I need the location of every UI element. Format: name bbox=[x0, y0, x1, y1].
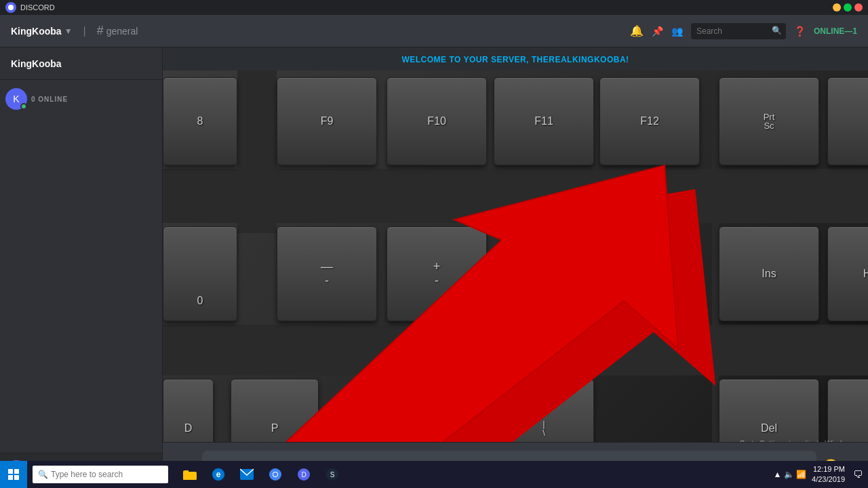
sidebar-header: KingKooba bbox=[0, 47, 162, 80]
server-name-text: KingKooba bbox=[11, 26, 62, 37]
channel-hash-icon: # bbox=[97, 24, 104, 38]
key-bracket-bot: ] bbox=[400, 428, 403, 437]
key-f11-label: F11 bbox=[534, 115, 553, 127]
sidebar-user-avatar: K bbox=[5, 88, 27, 110]
key-d0-label: D bbox=[184, 422, 193, 434]
taskbar-date-text: 4/23/2019 bbox=[812, 474, 845, 485]
key-del[interactable]: Del bbox=[719, 379, 819, 442]
channel-name-text: general bbox=[106, 26, 138, 37]
maximize-button[interactable] bbox=[844, 3, 852, 12]
svg-point-13 bbox=[273, 472, 277, 476]
key-f8[interactable]: 8 bbox=[163, 77, 237, 165]
key-plus[interactable]: + - bbox=[387, 226, 487, 321]
svg-rect-6 bbox=[8, 475, 13, 480]
key-f12[interactable]: F12 bbox=[599, 77, 700, 165]
svg-rect-5 bbox=[14, 469, 19, 474]
close-button[interactable] bbox=[854, 3, 863, 12]
start-button[interactable] bbox=[0, 461, 27, 488]
divider: | bbox=[83, 25, 86, 37]
search-icon: 🔍 bbox=[772, 26, 782, 35]
search-icon-taskbar: 🔍 bbox=[38, 470, 48, 479]
keyboard-gap-2 bbox=[163, 325, 868, 375]
key-f12-label: F12 bbox=[640, 115, 659, 127]
title-bar-left: DISCORD bbox=[5, 2, 55, 13]
taskbar-right: ▲ 🔈 📶 12:19 PM 4/23/2019 🗨 bbox=[774, 464, 868, 485]
taskbar-clock: 12:19 PM 4/23/2019 bbox=[812, 464, 845, 485]
top-bar-right: 🔔 📌 👥 🔍 ❓ ONLINE—1 bbox=[630, 15, 857, 47]
key-ins-label: Ins bbox=[762, 268, 776, 280]
taskbar-search-input[interactable] bbox=[51, 470, 159, 479]
main-area: KingKooba K 0 ONLINE T TheRealKi bbox=[0, 47, 868, 488]
server-name[interactable]: KingKooba ▼ bbox=[11, 26, 73, 37]
key-minus[interactable]: — - bbox=[277, 226, 377, 321]
key-backslash[interactable]: | \ bbox=[494, 379, 594, 442]
online-text: ONLINE—1 bbox=[814, 26, 857, 36]
key-minus-bot: - bbox=[325, 274, 329, 288]
taskbar-icon-discord[interactable]: D bbox=[290, 461, 317, 488]
key-f11[interactable]: F11 bbox=[494, 77, 594, 165]
key-f10[interactable]: F10 bbox=[387, 77, 487, 165]
taskbar-search-box[interactable]: 🔍 bbox=[33, 466, 168, 483]
online-counter: ONLINE—1 bbox=[814, 15, 857, 47]
discord-app: KingKooba ▼ | # general 🔔 📌 👥 🔍 ❓ ONLINE… bbox=[0, 15, 868, 488]
discord-logo-icon bbox=[5, 2, 16, 13]
key-ins[interactable]: Ins bbox=[719, 226, 819, 321]
key-0-label: 0 bbox=[197, 295, 203, 307]
action-center-icon[interactable]: 🗨 bbox=[853, 469, 863, 480]
key-d0[interactable]: D bbox=[163, 379, 214, 442]
taskbar-icon-chrome[interactable] bbox=[262, 461, 289, 488]
key-del-label: Del bbox=[761, 422, 777, 434]
keyboard-gap-right bbox=[712, 70, 719, 442]
key-f9[interactable]: F9 bbox=[277, 77, 377, 165]
key-bracket[interactable]: } ] bbox=[351, 379, 452, 442]
taskbar-icon-explorer[interactable] bbox=[176, 461, 203, 488]
taskbar-icon-steam[interactable]: S bbox=[319, 461, 346, 488]
minimize-button[interactable] bbox=[833, 3, 841, 12]
taskbar-time-text: 12:19 PM bbox=[812, 464, 845, 474]
svg-rect-4 bbox=[8, 469, 13, 474]
online-label: 0 ONLINE bbox=[31, 96, 68, 103]
channel-name: # general bbox=[97, 24, 138, 38]
svg-text:D: D bbox=[301, 471, 306, 479]
key-prtsc[interactable]: Prt Sc bbox=[719, 77, 819, 165]
pin-icon[interactable]: 📌 bbox=[652, 26, 663, 37]
sidebar: KingKooba K 0 ONLINE T TheRealKi bbox=[0, 47, 163, 488]
sidebar-content: K 0 ONLINE bbox=[0, 80, 162, 453]
key-prtsc-bot: Sc bbox=[764, 121, 774, 130]
svg-text:e: e bbox=[216, 470, 221, 479]
key-p-label: P bbox=[271, 422, 279, 434]
key-backslash-bot: \ bbox=[542, 428, 545, 437]
svg-rect-7 bbox=[14, 475, 19, 480]
sidebar-online-section: K 0 ONLINE bbox=[0, 85, 162, 113]
key-bracket-top: } bbox=[400, 420, 403, 428]
status-dot bbox=[20, 103, 27, 110]
key-scrlk[interactable]: Scr Lk bbox=[827, 77, 868, 165]
key-home[interactable]: Home bbox=[827, 226, 868, 321]
taskbar-app-icons: e D S bbox=[176, 461, 346, 488]
members-icon[interactable]: 👥 bbox=[671, 26, 683, 37]
key-f8-label: 8 bbox=[197, 115, 203, 127]
system-message-text: WELCOME TO YOUR SERVER, THEREALKINGKOOBA… bbox=[401, 55, 629, 64]
window-controls bbox=[833, 3, 863, 12]
key-backspace-label: pace bbox=[577, 266, 606, 282]
keyboard-gap-left-f bbox=[237, 70, 277, 233]
key-minus-top: — bbox=[321, 260, 333, 274]
key-end[interactable]: End bbox=[827, 379, 868, 442]
search-container: 🔍 bbox=[691, 23, 786, 39]
chat-area: WELCOME TO YOUR SERVER, THEREALKINGKOOBA… bbox=[163, 47, 868, 488]
svg-point-0 bbox=[8, 5, 14, 10]
key-0[interactable]: 0 bbox=[163, 226, 237, 321]
key-plus-bot: - bbox=[435, 274, 439, 288]
sidebar-server-name: KingKooba bbox=[11, 58, 62, 69]
server-dropdown-icon[interactable]: ▼ bbox=[64, 26, 73, 36]
key-home-label: Home bbox=[863, 268, 868, 280]
taskbar-icon-mail[interactable] bbox=[233, 461, 260, 488]
notification-bell-icon[interactable]: 🔔 bbox=[630, 24, 644, 37]
key-f10-label: F10 bbox=[427, 115, 446, 127]
key-plus-top: + bbox=[433, 260, 441, 274]
key-backspace[interactable]: pace bbox=[502, 226, 682, 321]
taskbar-system-icons: ▲ 🔈 📶 bbox=[774, 470, 807, 479]
taskbar-icon-browser[interactable]: e bbox=[205, 461, 232, 488]
help-icon[interactable]: ❓ bbox=[794, 26, 806, 37]
key-p[interactable]: P bbox=[231, 379, 319, 442]
